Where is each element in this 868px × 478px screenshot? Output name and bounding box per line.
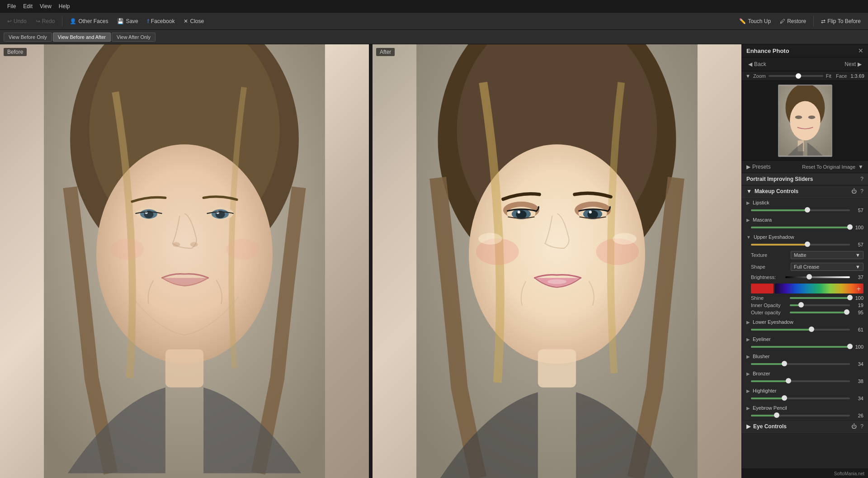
pis-help-icon[interactable]: ?	[860, 176, 863, 182]
restore-button[interactable]: 🖊 Restore	[776, 16, 810, 26]
flip-icon: ⇄	[821, 18, 826, 24]
bronzer-slider[interactable]	[751, 380, 850, 382]
lipstick-header[interactable]: ▶ Lipstick	[742, 198, 868, 208]
eyebrow-pencil-thumb[interactable]	[774, 412, 779, 418]
shine-thumb[interactable]	[847, 295, 853, 300]
bronzer-thumb[interactable]	[786, 378, 791, 383]
reset-dropdown-icon[interactable]: ▼	[858, 164, 863, 170]
outer-opacity-label: Outer opacity	[751, 310, 787, 315]
lower-eyeshadow-thumb[interactable]	[809, 327, 814, 332]
brightness-thumb[interactable]	[807, 274, 812, 279]
color-swatch-red[interactable]	[751, 284, 774, 293]
outer-opacity-fill	[790, 312, 847, 313]
facebook-icon: f	[147, 18, 149, 24]
upper-eyeshadow-thumb[interactable]	[805, 241, 810, 247]
blusher-slider-row: 34	[742, 361, 868, 369]
menu-view[interactable]: View	[36, 3, 55, 9]
help-icon[interactable]: ?	[860, 188, 863, 194]
color-bar-row: +	[742, 282, 868, 295]
lower-eyeshadow-header[interactable]: ▶ Lower Eyeshadow	[742, 317, 868, 327]
bronzer-row: ▶ Bronzer 38	[742, 369, 868, 386]
inner-opacity-slider[interactable]	[790, 304, 850, 306]
facebook-button[interactable]: f Facebook	[144, 16, 179, 26]
presets-button[interactable]: ▶ Presets	[746, 164, 771, 170]
before-label: Before	[4, 48, 27, 56]
touch-up-button[interactable]: ✏️ Touch Up	[736, 16, 774, 26]
shine-slider[interactable]	[790, 297, 850, 299]
panel-close-icon[interactable]: ✕	[858, 47, 863, 54]
color-gradient-bar[interactable]: +	[775, 284, 863, 293]
mascara-row: ▶ Mascara 100	[742, 215, 868, 232]
upper-eyeshadow-slider[interactable]	[751, 244, 850, 246]
add-color-icon[interactable]: +	[857, 285, 861, 293]
back-button[interactable]: ◀ Back	[745, 60, 769, 68]
separator-2	[813, 16, 814, 27]
eye-controls-header[interactable]: ▶ Eye Controls ⏻ ?	[742, 421, 868, 433]
blusher-row: ▶ Blusher 34	[742, 351, 868, 369]
next-button[interactable]: Next ▶	[842, 60, 864, 68]
blusher-thumb[interactable]	[782, 361, 787, 366]
save-icon: 💾	[117, 18, 124, 24]
makeup-controls-header[interactable]: ▼ Makeup Controls ⏻ ?	[742, 185, 868, 198]
tab-after-only[interactable]: View After Only	[112, 33, 156, 42]
brightness-slider[interactable]	[785, 276, 850, 278]
highlighter-header[interactable]: ▶ Highlighter	[742, 386, 868, 396]
lower-eyeshadow-slider[interactable]	[751, 329, 850, 331]
flip-to-before-button[interactable]: ⇄ Flip To Before	[817, 16, 864, 26]
lipstick-thumb[interactable]	[805, 207, 810, 213]
zoom-fit-label: Fit	[826, 73, 831, 79]
zoom-thumb[interactable]	[796, 73, 801, 79]
tab-before-and-after[interactable]: View Before and After	[53, 33, 111, 42]
eye-help-icon[interactable]: ?	[860, 423, 863, 430]
after-image-panel: After	[373, 44, 741, 478]
eye-power-icon[interactable]: ⏻	[851, 423, 857, 430]
mascara-slider[interactable]	[751, 227, 850, 228]
lipstick-fill	[751, 209, 807, 211]
eyeliner-thumb[interactable]	[847, 344, 853, 349]
lipstick-value: 57	[853, 208, 863, 213]
eyebrow-pencil-header[interactable]: ▶ Eyebrow Pencil	[742, 403, 868, 413]
redo-button[interactable]: ↪ Redo	[32, 16, 59, 26]
eyebrow-pencil-fill	[751, 415, 777, 416]
undo-icon: ↩	[7, 18, 12, 24]
tab-before-only[interactable]: View Before Only	[4, 33, 52, 42]
shine-value: 100	[853, 295, 863, 301]
after-face-svg	[373, 44, 741, 478]
mascara-thumb[interactable]	[847, 224, 853, 230]
close-button[interactable]: ✕ Close	[180, 16, 208, 26]
outer-opacity-thumb[interactable]	[844, 309, 849, 315]
makeup-section-body: ▶ Lipstick 57	[742, 198, 868, 420]
power-icon[interactable]: ⏻	[851, 188, 857, 194]
mascara-header[interactable]: ▶ Mascara	[742, 215, 868, 225]
other-faces-button[interactable]: 👤 Other Faces	[66, 16, 112, 26]
zoom-slider[interactable]	[769, 75, 823, 77]
menu-edit[interactable]: Edit	[19, 3, 36, 9]
highlighter-thumb[interactable]	[782, 395, 787, 401]
highlighter-row: ▶ Highlighter 34	[742, 386, 868, 403]
bronzer-header[interactable]: ▶ Bronzer	[742, 369, 868, 379]
highlighter-slider[interactable]	[751, 398, 850, 399]
texture-dropdown[interactable]: Matte ▼	[791, 251, 863, 259]
save-button[interactable]: 💾 Save	[113, 16, 142, 26]
menu-file[interactable]: File	[4, 3, 19, 9]
eyeliner-slider[interactable]	[751, 346, 850, 348]
eyebrow-pencil-slider[interactable]	[751, 415, 850, 416]
inner-opacity-thumb[interactable]	[798, 302, 804, 308]
reset-to-original-button[interactable]: Reset To Original Image	[802, 164, 855, 170]
menu-help[interactable]: Help	[55, 3, 74, 9]
zoom-label: Zoom	[753, 73, 766, 79]
lipstick-row: ▶ Lipstick 57	[742, 198, 868, 215]
outer-opacity-slider[interactable]	[790, 312, 850, 313]
highlighter-expand-icon: ▶	[746, 388, 750, 393]
lipstick-slider[interactable]	[751, 209, 850, 211]
shape-dropdown[interactable]: Full Crease ▼	[791, 263, 863, 271]
highlighter-label: Highlighter	[753, 388, 863, 393]
eyeliner-header[interactable]: ▶ Eyeliner	[742, 334, 868, 344]
lipstick-slider-row: 57	[742, 208, 868, 215]
blusher-slider[interactable]	[751, 363, 850, 365]
svg-point-34	[613, 233, 637, 244]
undo-button[interactable]: ↩ Undo	[4, 16, 30, 26]
blusher-header[interactable]: ▶ Blusher	[742, 351, 868, 361]
blusher-label: Blusher	[753, 354, 863, 359]
upper-eyeshadow-header[interactable]: ▼ Upper Eyeshadow	[742, 232, 868, 242]
